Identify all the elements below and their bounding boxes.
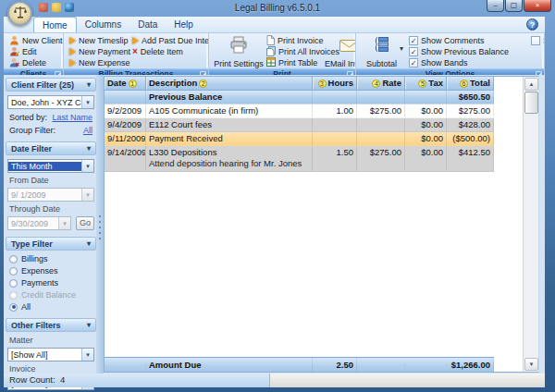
email-invoice-button[interactable]: EMail Invoice [322, 35, 356, 68]
close-button[interactable]: × [524, 0, 551, 12]
search-footer-checkbox[interactable]: Search Footer [531, 35, 545, 46]
chevron-down-icon: ▾ [87, 321, 91, 329]
other-filters-header[interactable]: Other Filters▾ [6, 318, 96, 332]
help-icon[interactable] [526, 18, 538, 31]
delete-item-button[interactable]: ×Delete Item [130, 46, 209, 57]
previous-balance-row[interactable]: Previous Balance $650.50 [105, 91, 494, 104]
from-date-field: 9/ 1/2009 [7, 188, 94, 202]
show-comments-checkbox[interactable]: Show Comments [409, 35, 505, 46]
application-menu-button[interactable] [7, 1, 32, 26]
subtotal-button[interactable]: Subtotal [364, 35, 400, 68]
documents-stack-icon [266, 46, 276, 58]
amount-due-footer-row: Amount Due 2.50 $1,266.00 [105, 357, 494, 372]
status-bar: Row Count: 4 [4, 374, 545, 387]
radio-all[interactable]: All [7, 302, 94, 312]
date-filter-header[interactable]: Date Filter▾ [6, 141, 96, 155]
edit-client-button[interactable]: Edit [7, 46, 61, 57]
main-area: Client Filter (25)▾ Doe, John - XYZ Corp… [4, 75, 545, 374]
tab-columns[interactable]: Columns [77, 17, 130, 32]
delete-client-button[interactable]: Delete [7, 57, 61, 68]
matter-select[interactable]: [Show All] [7, 348, 94, 361]
new-payment-button[interactable]: New Payment [68, 46, 130, 57]
print-invoice-label: Print Invoice [278, 36, 324, 45]
maximize-button[interactable]: ▢ [505, 0, 523, 12]
clients-group-caption: Clients [4, 68, 63, 75]
matter-label: Matter [7, 336, 94, 345]
from-date-label: From Date [7, 176, 94, 185]
new-client-button[interactable]: New Client [7, 35, 61, 46]
vertical-scrollbar[interactable] [523, 77, 538, 372]
payments-label: Payments [21, 278, 58, 288]
radio-selected-icon [9, 303, 18, 312]
billings-label: Billings [21, 254, 48, 263]
column-header-tax[interactable]: 5Tax [405, 77, 447, 90]
scroll-down-icon[interactable] [524, 358, 538, 371]
table-header-row: Date1 Description2 3Hours 4Rate 5Tax 6To… [105, 77, 494, 91]
row-comment: Attend deposition hearing for Mr. Jones [149, 158, 309, 169]
subtotal-grid-icon [375, 36, 389, 55]
column-header-rate[interactable]: 4Rate [357, 77, 405, 90]
splitter-grip-icon [99, 215, 101, 239]
group-filter-link[interactable]: All [83, 126, 92, 135]
column-header-hours[interactable]: 3Hours [313, 77, 357, 90]
print-all-invoices-button[interactable]: Print All Invoices [265, 46, 322, 57]
tab-data[interactable]: Data [130, 17, 166, 32]
print-invoice-button[interactable]: Print Invoice [265, 35, 322, 46]
go-button[interactable]: Go [76, 216, 94, 230]
table-row-payment[interactable]: 9/11/2009 Payment Received $0.00 ($500.0… [105, 132, 494, 146]
column-header-description[interactable]: Description2 [146, 77, 313, 90]
titlebar: Legal Billing v6.5.0.1 – ▢ × [0, 0, 555, 17]
table-row[interactable]: 9/2/2009 A105 Communicate (in firm) 1.00… [105, 104, 494, 118]
scroll-up-icon[interactable] [524, 78, 538, 91]
type-filter-header[interactable]: Type Filter▾ [6, 237, 96, 251]
sorted-by-link[interactable]: Last Name [52, 113, 92, 122]
dropdown-arrow-icon [81, 349, 93, 361]
radio-icon [9, 267, 18, 276]
radio-expenses[interactable]: Expenses [7, 266, 94, 276]
column-header-total[interactable]: 6Total [447, 77, 494, 90]
table-row[interactable]: 9/14/2009 L330 Depositions Attend deposi… [105, 146, 494, 172]
cell-rate: $275.00 [357, 146, 405, 171]
client-filter-header[interactable]: Client Filter (25)▾ [6, 78, 96, 92]
cell-tax: $0.00 [405, 104, 447, 117]
radio-disabled-icon [9, 291, 18, 300]
chevron-down-icon: ▾ [87, 80, 91, 89]
table-row[interactable]: 9/4/2009 E112 Court fees $0.00 $428.00 [105, 118, 494, 132]
subtotal-dropdown-icon[interactable]: ▾ [400, 44, 403, 68]
tab-help[interactable]: Help [166, 17, 202, 32]
sidebar-splitter[interactable] [96, 75, 104, 374]
scrollbar-thumb[interactable] [524, 92, 538, 114]
client-select[interactable]: Doe, John - XYZ Corporation [7, 95, 94, 109]
radio-billings[interactable]: Billings [7, 254, 94, 263]
yellow-arrow-icon [69, 59, 76, 67]
column-number-badge: 3 [318, 80, 327, 88]
print-settings-button[interactable]: Print Settings [213, 35, 265, 68]
ribbon-group-view-options: Subtotal ▾ Show Comments Show Previous B… [356, 33, 545, 75]
print-table-button[interactable]: Print Table [265, 57, 322, 68]
cell-total: $1,266.00 [447, 358, 494, 373]
cell-hours [313, 91, 357, 104]
date-preset-select[interactable]: This Month [7, 159, 94, 173]
dropdown-arrow-icon [81, 160, 93, 172]
cell-hours [313, 132, 357, 145]
cell-date: 9/4/2009 [105, 118, 146, 131]
radio-payments[interactable]: Payments [7, 278, 94, 288]
add-past-due-interest-button[interactable]: Add Past Due Interest [130, 35, 209, 46]
edit-label: Edit [22, 47, 37, 56]
qat-globe-icon[interactable] [65, 3, 74, 12]
cell-total: $412.50 [447, 146, 494, 171]
qat-red-icon[interactable] [39, 3, 48, 12]
new-expense-button[interactable]: New Expense [68, 57, 130, 68]
minimize-button[interactable]: – [487, 0, 504, 12]
cell-rate [357, 118, 405, 131]
column-header-date[interactable]: Date1 [105, 77, 146, 90]
radio-credit-balance: Credit Balance [7, 290, 94, 300]
dropdown-arrow-icon [81, 96, 93, 108]
tab-home[interactable]: Home [33, 17, 77, 32]
show-previous-balance-checkbox[interactable]: Show Previous Balance [409, 46, 505, 57]
qat-yellow-icon[interactable] [52, 3, 61, 12]
new-timeslip-button[interactable]: New Timeslip [68, 35, 130, 46]
show-bands-checkbox[interactable]: Show Bands [409, 57, 505, 68]
column-number-badge: 5 [418, 80, 426, 88]
cell-hours [313, 118, 357, 131]
